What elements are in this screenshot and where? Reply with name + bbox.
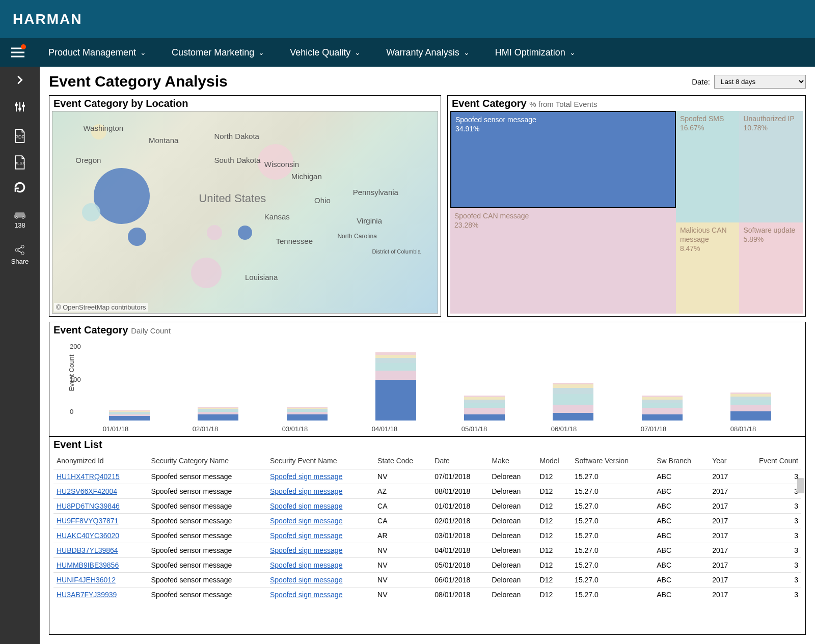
event-id-link[interactable]: HU3AB7FYJ39939 <box>57 591 117 599</box>
col-header[interactable]: Sw Branch <box>654 453 709 469</box>
event-id-link[interactable]: HUBDB37YL39864 <box>57 546 118 554</box>
refresh-icon[interactable] <box>13 181 26 194</box>
map-bubble[interactable] <box>191 258 222 288</box>
event-list-title: Event List <box>49 437 805 453</box>
event-name-link[interactable]: Spoofed sign message <box>270 546 342 554</box>
treemap-cell[interactable]: Unauthorized IP10.78% <box>739 111 803 222</box>
treemap-cell[interactable]: Software update5.89% <box>739 222 803 314</box>
y-tick: 200 <box>70 343 81 350</box>
event-name-link[interactable]: Spoofed sign message <box>270 591 342 599</box>
bar[interactable] <box>198 407 238 421</box>
event-name-link[interactable]: Spoofed sign message <box>270 561 342 569</box>
main-nav: Product Management⌄ Customer Marketing⌄ … <box>0 38 815 67</box>
expand-sidebar[interactable] <box>14 74 25 86</box>
svg-point-3 <box>16 217 18 219</box>
col-header[interactable]: Make <box>488 453 536 469</box>
event-id-link[interactable]: HUNIF4JEH36012 <box>57 576 116 584</box>
map-canvas[interactable]: United States Washington Montana North D… <box>52 111 438 314</box>
vehicle-count[interactable]: 138 <box>13 209 27 229</box>
menu-toggle[interactable] <box>8 42 28 63</box>
svg-point-2 <box>22 105 25 107</box>
brand-bar: HARMAN <box>0 0 815 38</box>
col-header[interactable]: Model <box>537 453 572 469</box>
event-id-link[interactable]: HUMMB9IBE39856 <box>57 561 119 569</box>
filters-icon[interactable] <box>14 101 26 113</box>
event-id-link[interactable]: HU1HX4TRQ40215 <box>57 472 120 481</box>
bar[interactable] <box>287 407 328 421</box>
table-row: HUAKC40YC36020Spoofed sensor messageSpoo… <box>53 528 801 543</box>
export-pdf-icon[interactable]: PDF <box>13 128 26 139</box>
event-table: Anonymized IdSecurity Category NameSecur… <box>53 453 801 602</box>
col-header[interactable]: Anonymized Id <box>53 453 148 469</box>
share-button[interactable]: Share <box>11 244 29 265</box>
vehicle-count-label: 138 <box>14 221 25 229</box>
chevron-down-icon: ⌄ <box>140 48 146 57</box>
table-row: HUMMB9IBE39856Spoofed sensor messageSpoo… <box>53 558 801 573</box>
event-id-link[interactable]: HU9FF8VYQ37871 <box>57 517 118 525</box>
chevron-down-icon: ⌄ <box>258 48 264 57</box>
scrollbar-thumb[interactable] <box>797 478 804 493</box>
nav-vehicle-quality[interactable]: Vehicle Quality⌄ <box>277 47 373 58</box>
svg-point-1 <box>19 108 21 110</box>
col-header[interactable]: Year <box>709 453 739 469</box>
map-bubble[interactable] <box>207 225 222 240</box>
x-category: 06/01/18 <box>533 425 594 433</box>
bar[interactable] <box>464 396 505 421</box>
map-bubble[interactable] <box>82 203 100 221</box>
nav-warranty-analysis[interactable]: Warranty Analysis⌄ <box>373 47 482 58</box>
bar[interactable] <box>642 396 683 421</box>
map-bubble[interactable] <box>94 168 150 224</box>
event-name-link[interactable]: Spoofed sign message <box>270 576 342 584</box>
bar[interactable] <box>375 352 416 421</box>
daily-count-panel: Event Category Daily Count Event Count 2… <box>49 322 806 436</box>
col-header[interactable]: Event Count <box>739 453 801 469</box>
table-row: HU3AB7FYJ39939Spoofed sensor messageSpoo… <box>53 587 801 602</box>
treemap-cell[interactable]: Spoofed sensor message34.91% <box>450 111 676 208</box>
col-header[interactable]: Software Version <box>572 453 654 469</box>
event-name-link[interactable]: Spoofed sign message <box>270 502 342 510</box>
col-header[interactable]: Date <box>431 453 488 469</box>
event-id-link[interactable]: HU2SV66XF42004 <box>57 487 117 495</box>
nav-product-management[interactable]: Product Management⌄ <box>36 47 159 58</box>
map-bubble[interactable] <box>128 228 146 246</box>
x-category: 04/01/18 <box>354 425 415 433</box>
col-header[interactable]: Security Category Name <box>148 453 267 469</box>
svg-point-7 <box>21 252 24 255</box>
export-xlsx-icon[interactable]: XLSX <box>13 155 26 165</box>
notification-dot-icon <box>21 44 26 49</box>
event-name-link[interactable]: Spoofed sign message <box>270 487 342 495</box>
treemap-title: Event Category % from Total Events <box>448 96 805 111</box>
nav-customer-marketing[interactable]: Customer Marketing⌄ <box>159 47 277 58</box>
event-name-link[interactable]: Spoofed sign message <box>270 517 342 525</box>
date-range-select[interactable]: Last 8 days <box>714 75 806 89</box>
share-label: Share <box>11 258 29 265</box>
table-row: HU9FF8VYQ37871Spoofed sensor messageSpoo… <box>53 514 801 528</box>
chevron-down-icon: ⌄ <box>464 48 470 57</box>
bar[interactable] <box>730 393 771 421</box>
bar[interactable] <box>109 410 150 421</box>
nav-hmi-optimization[interactable]: HMI Optimization⌄ <box>482 47 588 58</box>
bar[interactable] <box>553 383 593 421</box>
col-header[interactable]: State Code <box>374 453 431 469</box>
map-bubble[interactable] <box>238 226 252 240</box>
treemap-cell[interactable]: Spoofed CAN message23.28% <box>450 208 676 314</box>
map-title: Event Category by Location <box>49 96 441 111</box>
x-category: 01/01/18 <box>85 425 146 433</box>
event-id-link[interactable]: HU8PD6TNG39846 <box>57 502 120 510</box>
treemap-canvas[interactable]: Spoofed sensor message34.91%Spoofed SMS1… <box>450 111 803 314</box>
event-id-link[interactable]: HUAKC40YC36020 <box>57 531 119 540</box>
col-header[interactable]: Security Event Name <box>267 453 374 469</box>
table-row: HUNIF4JEH36012Spoofed sensor messageSpoo… <box>53 573 801 587</box>
treemap-cell[interactable]: Spoofed SMS16.67% <box>676 111 740 222</box>
treemap-cell[interactable]: Malicious CAN message8.47% <box>676 222 740 314</box>
bar-chart[interactable] <box>85 343 795 421</box>
event-name-link[interactable]: Spoofed sign message <box>270 531 342 540</box>
x-category: 03/01/18 <box>264 425 325 433</box>
event-name-link[interactable]: Spoofed sign message <box>270 472 342 481</box>
table-row: HUBDB37YL39864Spoofed sensor messageSpoo… <box>53 543 801 558</box>
left-sidebar: PDF XLSX 138 Share <box>0 67 40 644</box>
event-list-panel: Event List Anonymized IdSecurity Categor… <box>49 436 806 635</box>
chevron-down-icon: ⌄ <box>569 48 576 57</box>
x-category: 02/01/18 <box>175 425 236 433</box>
x-category: 07/01/18 <box>623 425 684 433</box>
